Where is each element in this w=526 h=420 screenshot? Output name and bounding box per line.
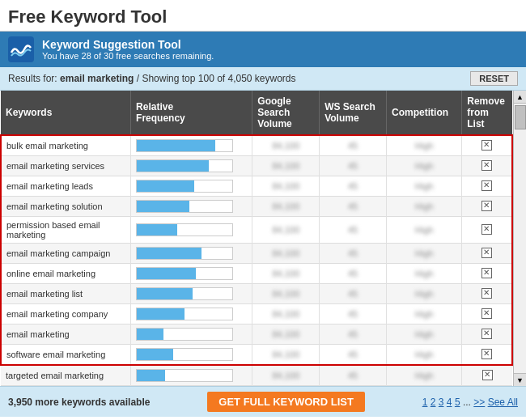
freq-bar: [137, 201, 189, 212]
ws-vol-cell: 45: [320, 176, 387, 197]
remove-cell: [462, 244, 512, 264]
comp-cell: High: [387, 304, 462, 325]
freq-cell: [131, 264, 252, 284]
ws-vol-cell: 45: [320, 135, 387, 156]
freq-cell: [131, 244, 252, 264]
remove-checkbox[interactable]: [481, 329, 492, 339]
remove-cell: [462, 217, 512, 244]
wave-icon: [8, 36, 34, 62]
comp-value: High: [415, 269, 434, 278]
remove-checkbox[interactable]: [481, 248, 492, 258]
google-vol-value: 84,100: [272, 225, 299, 235]
remove-checkbox[interactable]: [481, 349, 492, 359]
keyword-cell: email marketing solution: [1, 197, 131, 217]
ws-vol-cell: 45: [320, 264, 387, 284]
page-3[interactable]: 3: [439, 397, 444, 408]
pagination-see-all[interactable]: See All: [488, 397, 518, 408]
remove-checkbox[interactable]: [481, 224, 492, 235]
google-vol-cell: 84,100: [252, 304, 320, 325]
freq-bar: [137, 224, 177, 235]
freq-cell: [131, 284, 252, 304]
comp-value: High: [415, 161, 434, 171]
remove-checkbox[interactable]: [481, 160, 492, 171]
google-vol-value: 84,100: [272, 181, 299, 191]
google-vol-value: 84,100: [272, 161, 299, 171]
scrollbar[interactable]: ▲ ▼: [513, 91, 526, 386]
remove-checkbox[interactable]: [482, 370, 493, 380]
ws-vol-value: 45: [348, 181, 358, 191]
google-vol-value: 84,100: [272, 289, 299, 299]
comp-value: High: [415, 141, 434, 151]
keyword-cell: software email marketing: [1, 345, 131, 366]
comp-cell: High: [387, 156, 462, 176]
comp-cell: High: [387, 264, 462, 284]
remove-cell: [462, 325, 512, 345]
comp-cell: High: [387, 217, 462, 244]
freq-cell: [131, 197, 252, 217]
remove-cell: [462, 365, 512, 386]
table-section: Keywords RelativeFrequency Google Search…: [0, 91, 526, 386]
remove-checkbox[interactable]: [481, 308, 492, 319]
freq-bar-container: [136, 180, 233, 193]
scrollbar-down[interactable]: ▼: [514, 373, 526, 386]
freq-bar-container: [136, 159, 233, 172]
ws-vol-value: 45: [348, 350, 358, 359]
col-header-keywords: Keywords: [1, 91, 131, 135]
remove-cell: [462, 264, 512, 284]
table-header-row: Keywords RelativeFrequency Google Search…: [1, 91, 512, 135]
title-bar: Free Keyword Tool: [0, 0, 526, 32]
table-wrapper: Keywords RelativeFrequency Google Search…: [0, 91, 526, 386]
footer: 3,950 more keywords available GET FULL K…: [0, 386, 526, 417]
freq-cell: [131, 325, 252, 345]
page-2[interactable]: 2: [431, 397, 436, 408]
freq-bar-container: [136, 348, 233, 361]
freq-bar: [137, 140, 215, 151]
ws-vol-cell: 45: [320, 217, 387, 244]
google-vol-value: 84,100: [272, 269, 299, 278]
ws-vol-value: 45: [348, 329, 358, 339]
page-1[interactable]: 1: [422, 397, 428, 408]
google-vol-value: 84,100: [272, 141, 299, 151]
remove-cell: [462, 304, 512, 325]
google-vol-value: 84,100: [272, 329, 299, 339]
freq-bar: [137, 329, 163, 340]
ws-vol-value: 45: [348, 161, 358, 171]
keyword-cell: bulk email marketing: [1, 135, 131, 156]
keyword-cell: email marketing services: [1, 156, 131, 176]
remove-checkbox[interactable]: [481, 268, 492, 278]
results-text: Results for: email marketing / Showing t…: [8, 73, 296, 84]
freq-bar: [137, 349, 173, 360]
table-body: bulk email marketing84,10045Highemail ma…: [1, 135, 512, 386]
comp-cell: High: [387, 284, 462, 304]
freq-bar: [137, 160, 209, 172]
searches-remaining: You have 28 of 30 free searches remainin…: [42, 51, 214, 61]
remove-checkbox[interactable]: [481, 140, 492, 151]
ws-vol-value: 45: [348, 248, 358, 258]
ws-vol-cell: 45: [320, 325, 387, 345]
scrollbar-thumb[interactable]: [515, 105, 526, 129]
pagination-next[interactable]: >>: [473, 397, 485, 408]
page-5[interactable]: 5: [455, 397, 460, 408]
table-row: bulk email marketing84,10045High: [1, 135, 512, 156]
google-vol-cell: 84,100: [252, 264, 320, 284]
remove-checkbox[interactable]: [481, 288, 492, 299]
keyword-cell: targeted email marketing: [1, 365, 131, 386]
ws-vol-value: 45: [348, 225, 358, 235]
ws-vol-value: 45: [348, 269, 358, 278]
ws-vol-cell: 45: [320, 156, 387, 176]
scrollbar-up[interactable]: ▲: [514, 91, 526, 104]
remove-checkbox[interactable]: [481, 180, 492, 191]
comp-cell: High: [387, 244, 462, 264]
freq-bar-container: [136, 223, 233, 236]
svg-rect-0: [8, 36, 34, 62]
google-vol-cell: 84,100: [252, 176, 320, 197]
ws-vol-value: 45: [348, 371, 358, 380]
comp-value: High: [415, 329, 434, 339]
remove-checkbox[interactable]: [481, 201, 492, 211]
page-4[interactable]: 4: [447, 397, 452, 408]
reset-button[interactable]: RESET: [470, 71, 518, 86]
get-full-list-button[interactable]: GET FULL KEYWORD LIST: [207, 392, 365, 412]
tool-name: Keyword Suggestion Tool: [42, 38, 214, 51]
freq-bar: [137, 308, 185, 320]
keyword-cell: email marketing campaign: [1, 244, 131, 264]
